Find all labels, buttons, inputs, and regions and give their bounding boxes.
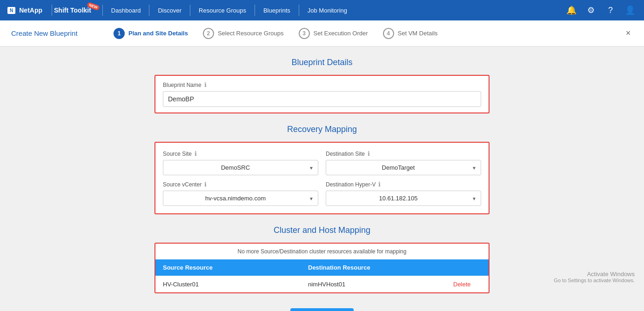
recovery-mapping-box: Source Site ℹ DemoSRC ▼ Destination Si	[154, 142, 490, 214]
destination-site-label: Destination Site	[326, 151, 365, 157]
source-vcenter-info-icon[interactable]: ℹ	[204, 181, 207, 188]
destination-site-label-row: Destination Site ℹ	[326, 150, 481, 157]
destination-site-info-icon[interactable]: ℹ	[368, 150, 370, 157]
mapping-row-vcenter: Source vCenter ℹ hv-vcsa.nimdemo.com ▼	[163, 181, 481, 206]
source-site-select-wrapper: DemoSRC ▼	[163, 160, 318, 175]
toolkit-name: Shift Toolkit NEW	[54, 7, 91, 14]
nav-links: Dashboard Discover Resource Groups Bluep…	[105, 0, 565, 20]
cluster-notice: No more Source/Destination cluster resou…	[155, 244, 489, 259]
step-circle-3: 3	[299, 28, 310, 39]
wizard-title: Create New Blueprint	[11, 29, 95, 37]
content-wrapper: Blueprint Details Blueprint Name ℹ Recov…	[154, 58, 490, 311]
footer-bar: Continue	[154, 304, 490, 311]
blueprint-name-box: Blueprint Name ℹ	[154, 75, 490, 113]
cluster-header-source: Source Resource	[163, 264, 308, 271]
destination-hyperv-label-row: Destination Hyper-V ℹ	[326, 181, 481, 188]
destination-hyperv-label: Destination Hyper-V	[326, 181, 376, 188]
user-icon[interactable]: 👤	[624, 4, 637, 17]
wizard-step-4[interactable]: 4 Set VM Details	[383, 28, 438, 39]
main-content: Blueprint Details Blueprint Name ℹ Recov…	[0, 46, 644, 311]
wizard-header: Create New Blueprint 1 Plan and Site Det…	[0, 20, 644, 46]
cluster-mapping-section: Cluster and Host Mapping No more Source/…	[154, 225, 490, 293]
mapping-row-sites: Source Site ℹ DemoSRC ▼ Destination Si	[163, 150, 481, 175]
cluster-mapping-box: No more Source/Destination cluster resou…	[154, 243, 490, 293]
brand: N NetApp	[7, 7, 42, 14]
wizard-step-1[interactable]: 1 Plan and Site Details	[114, 28, 188, 39]
destination-hyperv-info-icon[interactable]: ℹ	[378, 181, 381, 188]
delete-button[interactable]: Delete	[453, 281, 481, 288]
recovery-mapping-title: Recovery Mapping	[154, 125, 490, 134]
source-vcenter-select[interactable]: hv-vcsa.nimdemo.com	[163, 191, 318, 206]
cluster-header-action	[453, 264, 481, 271]
nav-dashboard[interactable]: Dashboard	[105, 0, 148, 20]
nav-resource-groups[interactable]: Resource Groups	[192, 0, 253, 20]
destination-site-select[interactable]: DemoTarget	[326, 160, 481, 175]
source-site-info-icon[interactable]: ℹ	[195, 150, 197, 157]
destination-hyperv-select[interactable]: 10.61.182.105	[326, 191, 481, 206]
destination-site-field: Destination Site ℹ DemoTarget ▼	[326, 150, 481, 175]
destination-hyperv-select-wrapper: 10.61.182.105 ▼	[326, 191, 481, 206]
source-site-label-row: Source Site ℹ	[163, 150, 318, 157]
step-label-1: Plan and Site Details	[128, 30, 188, 37]
continue-button[interactable]: Continue	[290, 308, 354, 311]
step-circle-4: 4	[383, 28, 394, 39]
wizard-step-2[interactable]: 2 Select Resource Groups	[203, 28, 284, 39]
blueprint-name-input[interactable]	[163, 91, 481, 107]
source-site-select[interactable]: DemoSRC	[163, 160, 318, 175]
source-vcenter-field: Source vCenter ℹ hv-vcsa.nimdemo.com ▼	[163, 181, 318, 206]
blueprint-details-title: Blueprint Details	[154, 58, 490, 67]
top-nav: N NetApp Shift Toolkit NEW Dashboard Dis…	[0, 0, 644, 20]
app-name: NetApp	[19, 7, 42, 14]
source-site-label: Source Site	[163, 151, 192, 157]
source-vcenter-label: Source vCenter	[163, 181, 201, 188]
cluster-header-destination: Destination Resource	[308, 264, 453, 271]
notification-icon[interactable]: 🔔	[565, 4, 578, 17]
nav-icons: 🔔 ⚙ ? 👤	[565, 4, 637, 17]
cluster-source-resource: HV-Cluster01	[163, 281, 308, 288]
nav-blueprints[interactable]: Blueprints	[257, 0, 297, 20]
source-site-field: Source Site ℹ DemoSRC ▼	[163, 150, 318, 175]
destination-site-select-wrapper: DemoTarget ▼	[326, 160, 481, 175]
blueprint-name-label-row: Blueprint Name ℹ	[163, 81, 481, 88]
step-label-2: Select Resource Groups	[218, 30, 284, 37]
source-vcenter-select-wrapper: hv-vcsa.nimdemo.com ▼	[163, 191, 318, 206]
destination-hyperv-field: Destination Hyper-V ℹ 10.61.182.105 ▼	[326, 181, 481, 206]
table-row: HV-Cluster01 nimHVHost01 Delete	[155, 276, 489, 292]
close-button[interactable]: ×	[622, 27, 635, 40]
nav-discover[interactable]: Discover	[151, 0, 188, 20]
blueprint-name-label: Blueprint Name	[163, 82, 201, 88]
cluster-mapping-title: Cluster and Host Mapping	[154, 225, 490, 235]
nav-job-monitoring[interactable]: Job Monitoring	[301, 0, 354, 20]
step-label-3: Set Execution Order	[314, 30, 368, 37]
step-label-4: Set VM Details	[398, 30, 438, 37]
wizard-step-3[interactable]: 3 Set Execution Order	[299, 28, 368, 39]
step-circle-1: 1	[114, 28, 125, 39]
help-icon[interactable]: ?	[604, 4, 617, 17]
recovery-mapping-section: Recovery Mapping Source Site ℹ DemoSRC	[154, 125, 490, 214]
step-circle-2: 2	[203, 28, 214, 39]
source-vcenter-label-row: Source vCenter ℹ	[163, 181, 318, 188]
cluster-destination-resource: nimHVHost01	[308, 281, 453, 288]
settings-icon[interactable]: ⚙	[584, 4, 597, 17]
netapp-logo: N	[7, 7, 15, 14]
cluster-table-header: Source Resource Destination Resource	[155, 259, 489, 276]
blueprint-details-section: Blueprint Details Blueprint Name ℹ	[154, 58, 490, 113]
nav-divider-1	[52, 5, 52, 16]
blueprint-name-info-icon[interactable]: ℹ	[204, 81, 207, 88]
nav-divider-2	[102, 5, 103, 16]
wizard-steps: 1 Plan and Site Details 2 Select Resourc…	[114, 28, 438, 39]
